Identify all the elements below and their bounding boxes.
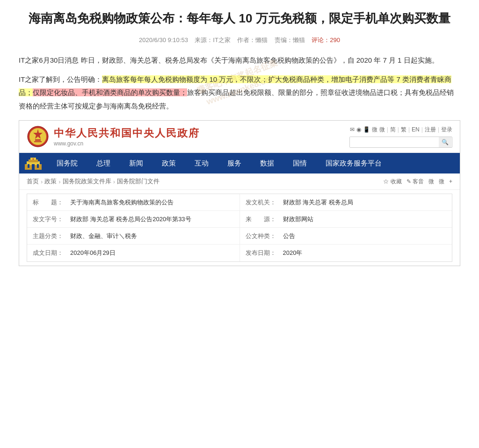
source-label: 来源： xyxy=(195,36,213,43)
nav-item-hudong[interactable]: 互动 xyxy=(185,154,218,173)
article-body: IT之家6月30日消息 昨日，财政部、海关总署、税务总局发布《关于海南离岛旅客免… xyxy=(19,54,460,113)
nav-item-shuju[interactable]: 数据 xyxy=(251,154,283,173)
nav-item-zongli[interactable]: 总理 xyxy=(87,154,120,173)
doc-source-value: 财政部网站 xyxy=(277,211,452,227)
doc-theme-value: 财政、金融、审计＼税务 xyxy=(65,228,240,244)
doc-type-label: 公文种类： xyxy=(240,228,277,244)
author-value: 懒猫 xyxy=(255,36,268,43)
svg-rect-10 xyxy=(28,164,29,168)
paragraph-1: IT之家6月30日消息 昨日，财政部、海关总署、税务总局发布《关于海南离岛旅客免… xyxy=(19,54,460,67)
editor-label: 责编： xyxy=(275,36,293,43)
gov-header-right: ✉ ◉ 📱 微 微 | 简 | 繁 | EN | 注册 | 登录 xyxy=(349,126,452,148)
doc-row-title: 标 题： 关于海南离岛旅客免税购物政策的公告 发文机关： 财政部 海关总署 税务… xyxy=(27,194,452,211)
doc-date-label: 成文日期： xyxy=(27,245,65,261)
gov-doc-table: 标 题： 关于海南离岛旅客免税购物政策的公告 发文机关： 财政部 海关总署 税务… xyxy=(27,194,452,262)
p2-before: IT之家了解到，公告明确： xyxy=(19,75,102,83)
nav-item-zhengwu[interactable]: 国家政务服务平台 xyxy=(316,154,391,173)
gov-link-register[interactable]: 注册 xyxy=(425,126,436,134)
editor-value: 懒猫 xyxy=(293,36,305,43)
doc-row-dates: 成文日期： 2020年06月29日 发布日期： 2020年 xyxy=(27,245,452,261)
doc-source-label: 来 源： xyxy=(240,211,277,227)
gov-icon-weixin: 微 xyxy=(379,126,385,134)
doc-publish-label: 发布日期： xyxy=(240,245,277,261)
doc-issuer-label: 发文机关： xyxy=(240,194,277,210)
nav-item-guowuyuan[interactable]: 国务院 xyxy=(47,154,87,173)
breadcrumb-sep3: › xyxy=(113,178,115,185)
article-title: 海南离岛免税购物政策公布：每年每人 10 万元免税额，限定手机单次购买数量 xyxy=(19,9,460,28)
gov-link-en[interactable]: EN xyxy=(412,126,420,133)
gov-search-button[interactable]: 🔍 xyxy=(439,137,451,147)
doc-title-value: 关于海南离岛旅客免税购物政策的公告 xyxy=(65,194,240,210)
doc-cell-source: 来 源： 财政部网站 xyxy=(240,211,452,227)
gov-link-fan[interactable]: 繁 xyxy=(401,126,406,134)
article-date: 2020/6/30 9:10:53 xyxy=(139,36,188,43)
gov-breadcrumb: 首页 › 政策 › 国务院政策文件库 › 国务院部门文件 ☆ 收藏 ✎ 客音 微… xyxy=(19,173,460,190)
doc-cell-theme: 主题分类： 财政、金融、审计＼税务 xyxy=(27,228,240,244)
breadcrumb-dept-doc[interactable]: 国务院部门文件 xyxy=(117,177,160,186)
breadcrumb-home[interactable]: 首页 xyxy=(27,177,39,186)
gov-icon-circle: ◉ xyxy=(356,126,361,133)
doc-cell-num: 发文字号： 财政部 海关总署 税务总局公告2020年第33号 xyxy=(27,211,240,227)
gov-search-bar: 🔍 xyxy=(349,137,452,148)
nav-item-zhengce[interactable]: 政策 xyxy=(152,154,185,173)
breadcrumb-doc-library[interactable]: 国务院政策文件库 xyxy=(63,177,111,186)
breadcrumb-sep1: › xyxy=(41,178,43,185)
doc-row-num: 发文字号： 财政部 海关总署 税务总局公告2020年第33号 来 源： 财政部网… xyxy=(27,211,452,228)
gov-icon-weibo: 微 xyxy=(372,126,377,134)
tiananmen-icon xyxy=(25,157,42,170)
doc-theme-label: 主题分类： xyxy=(27,228,65,244)
breadcrumb-policy[interactable]: 政策 xyxy=(44,177,57,186)
gov-logo-title: 中华人民共和国中央人民政府 xyxy=(54,126,200,140)
author-label: 作者： xyxy=(237,36,255,43)
gov-header: 中华人民共和国中央人民政府 www.gov.cn ✉ ◉ 📱 微 微 | 简 |… xyxy=(19,121,460,153)
svg-point-12 xyxy=(33,159,34,160)
gov-website-screenshot: 中华人民共和国中央人民政府 www.gov.cn ✉ ◉ 📱 微 微 | 简 |… xyxy=(19,120,460,266)
svg-rect-11 xyxy=(37,164,39,168)
p2-highlight2: 仅限定化妆品、手机和酒类商品的单次购买数量； xyxy=(33,88,187,96)
doc-cell-publish: 发布日期： 2020年 xyxy=(240,245,452,261)
breadcrumb-right: ☆ 收藏 ✎ 客音 微 微 + xyxy=(383,178,452,186)
national-emblem-icon xyxy=(27,125,49,148)
source-value: IT之家 xyxy=(213,36,231,43)
doc-row-theme: 主题分类： 财政、金融、审计＼税务 公文种类： 公告 xyxy=(27,228,452,245)
doc-issuer-value: 财政部 海关总署 税务总局 xyxy=(277,194,452,210)
breadcrumb-collect[interactable]: ☆ 收藏 xyxy=(383,178,401,186)
gov-icon-email: ✉ xyxy=(350,126,355,133)
article-meta: 2020/6/30 9:10:53 来源：IT之家 作者：懒猫 责编：懒猫 评论… xyxy=(19,36,460,44)
gov-link-login[interactable]: 登录 xyxy=(441,126,452,134)
doc-title-label: 标 题： xyxy=(27,194,65,210)
nav-item-fuwu[interactable]: 服务 xyxy=(218,154,251,173)
breadcrumb-feedback[interactable]: ✎ 客音 xyxy=(406,178,424,186)
doc-cell-title: 标 题： 关于海南离岛旅客免税购物政策的公告 xyxy=(27,194,240,210)
svg-rect-3 xyxy=(35,139,41,141)
breadcrumb-share-wechat[interactable]: 微 xyxy=(428,178,434,186)
doc-cell-date: 成文日期： 2020年06月29日 xyxy=(27,245,240,261)
gov-nav-emblem xyxy=(19,153,47,173)
svg-rect-4 xyxy=(34,141,42,142)
paragraph-2: IT之家了解到，公告明确：离岛旅客每年每人免税购物额度为 10 万元，不限次；扩… xyxy=(19,73,460,113)
doc-cell-doctype: 公文种类： 公告 xyxy=(240,228,452,244)
doc-publish-value: 2020年 xyxy=(277,245,452,261)
doc-num-label: 发文字号： xyxy=(27,211,65,227)
article-body-wrapper: 赚客吧，有奖起名征集 www.zuanke8.com IT之家6月30日消息 昨… xyxy=(19,54,460,113)
doc-date-value: 2020年06月29日 xyxy=(65,245,240,261)
gov-logo-text: 中华人民共和国中央人民政府 www.gov.cn xyxy=(54,126,200,147)
doc-type-value: 公告 xyxy=(277,228,452,244)
gov-top-links: ✉ ◉ 📱 微 微 | 简 | 繁 | EN | 注册 | 登录 xyxy=(350,126,452,134)
gov-link-jian[interactable]: 简 xyxy=(390,126,396,134)
gov-nav: 国务院 总理 新闻 政策 互动 服务 数据 国情 国家政务服务平台 xyxy=(19,153,460,173)
doc-cell-issuer: 发文机关： 财政部 海关总署 税务总局 xyxy=(240,194,452,210)
breadcrumb-sep2: › xyxy=(58,178,60,185)
breadcrumb-more[interactable]: + xyxy=(449,178,452,185)
svg-rect-9 xyxy=(32,164,35,170)
gov-icon-mobile: 📱 xyxy=(363,126,370,133)
comments-link[interactable]: 评论：290 xyxy=(312,36,340,43)
doc-num-value: 财政部 海关总署 税务总局公告2020年第33号 xyxy=(65,211,240,227)
nav-item-xinwen[interactable]: 新闻 xyxy=(120,154,152,173)
gov-search-input[interactable] xyxy=(350,137,439,147)
gov-logo-url: www.gov.cn xyxy=(54,140,200,147)
breadcrumb-share-weibo[interactable]: 微 xyxy=(439,178,444,186)
breadcrumb-left: 首页 › 政策 › 国务院政策文件库 › 国务院部门文件 xyxy=(27,177,160,186)
gov-nav-items: 国务院 总理 新闻 政策 互动 服务 数据 国情 国家政务服务平台 xyxy=(47,154,460,173)
nav-item-guoqing[interactable]: 国情 xyxy=(283,154,316,173)
